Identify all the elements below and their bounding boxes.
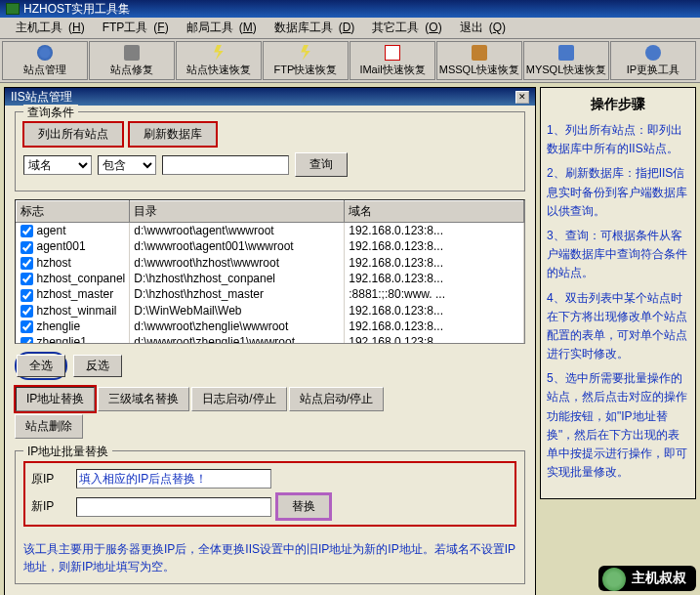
info-text: 该工具主要用于服务器更换IP后，全体更换IIS设置中的旧IP地址为新的IP地址。… xyxy=(23,540,516,575)
world-icon xyxy=(37,45,53,61)
search-button[interactable]: 查询 xyxy=(295,152,348,177)
select-circle: 全选 xyxy=(15,352,67,380)
old-ip-label: 原IP xyxy=(31,471,70,488)
window-title: IIS站点管理 xyxy=(11,89,72,106)
steps-title: 操作步骤 xyxy=(547,96,689,113)
op-select[interactable]: 包含 xyxy=(98,155,156,175)
menu-exit[interactable]: 退出(Q) xyxy=(448,18,512,38)
new-ip-input[interactable] xyxy=(76,497,271,517)
steps-content: 1、列出所有站点：即列出数据库中所有的IIS站点。 2、刷新数据库：指把IIS信… xyxy=(547,121,689,482)
watermark-icon xyxy=(602,568,626,591)
table-row[interactable]: hzhostd:\wwwroot\hzhost\wwwroot192.168.0… xyxy=(17,255,524,271)
table-row[interactable]: agentd:\wwwroot\agent\wwwroot192.168.0.1… xyxy=(17,223,524,239)
lightning-icon xyxy=(298,45,313,61)
gear-icon xyxy=(124,45,140,61)
menu-ftp[interactable]: FTP工具(F) xyxy=(91,18,175,38)
table-row[interactable]: zhenglied:\wwwroot\zhenglie\wwwroot192.1… xyxy=(17,319,524,334)
col-domain[interactable]: 域名 xyxy=(345,201,524,223)
table-row[interactable]: hzhost_winmailD:\WinWebMail\Web192.168.0… xyxy=(17,303,524,319)
old-ip-input[interactable] xyxy=(76,469,271,489)
col-dir[interactable]: 目录 xyxy=(130,201,345,223)
tb-mssql-quick[interactable]: MSSQL快速恢复 xyxy=(436,41,522,80)
row-checkbox[interactable] xyxy=(21,289,33,302)
row-checkbox[interactable] xyxy=(21,320,33,333)
sql-icon xyxy=(558,45,574,61)
window-titlebar: IIS站点管理 ✕ xyxy=(5,88,535,106)
menu-mail[interactable]: 邮局工具(M) xyxy=(175,18,263,38)
refresh-db-button[interactable]: 刷新数据库 xyxy=(129,122,217,147)
ip-icon xyxy=(645,45,661,61)
tb-site-quick[interactable]: 站点快速恢复 xyxy=(176,41,262,80)
new-ip-label: 新IP xyxy=(31,498,70,515)
steps-panel: 操作步骤 1、列出所有站点：即列出数据库中所有的IIS站点。 2、刷新数据库：指… xyxy=(540,87,696,499)
close-button[interactable]: ✕ xyxy=(515,91,529,104)
replace-button[interactable]: 替换 xyxy=(277,494,330,519)
tab-delete[interactable]: 站点删除 xyxy=(15,414,83,439)
app-titlebar: HZHOST实用工具集 xyxy=(0,0,700,18)
table-row[interactable]: hzhost_conpanelD:\hzhost\hzhost_conpanel… xyxy=(17,271,524,286)
tab-log-toggle[interactable]: 日志启动/停止 xyxy=(191,387,286,411)
row-checkbox[interactable] xyxy=(21,241,33,254)
field-select[interactable]: 域名 xyxy=(23,155,92,175)
app-icon xyxy=(6,3,20,15)
row-checkbox[interactable] xyxy=(21,225,33,237)
query-group-title: 查询条件 xyxy=(23,105,78,121)
tb-ip-tool[interactable]: IP更换工具 xyxy=(610,41,696,80)
ip-replace-title: IP地址批量替换 xyxy=(23,444,112,460)
tb-ftp-quick[interactable]: FTP快速恢复 xyxy=(263,41,349,80)
col-name[interactable]: 标志 xyxy=(17,201,130,223)
watermark: 主机叔叔 xyxy=(598,566,696,591)
row-checkbox[interactable] xyxy=(21,337,33,344)
tab-domain-replace[interactable]: 三级域名替换 xyxy=(98,387,189,411)
menu-db[interactable]: 数据库工具(D) xyxy=(263,18,361,38)
invert-button[interactable]: 反选 xyxy=(73,355,122,377)
toolbar: 站点管理 站点修复 站点快速恢复 FTP快速恢复 IMail快速恢复 MSSQL… xyxy=(0,39,700,83)
ip-replace-group: IP地址批量替换 原IP 新IP 替换 该工具主要用于服务器更换IP后，全体更换… xyxy=(15,450,525,584)
mail-icon xyxy=(385,45,400,61)
tb-site-mgr[interactable]: 站点管理 xyxy=(2,41,88,80)
table-row[interactable]: agent001d:\wwwroot\agent001\wwwroot192.1… xyxy=(17,238,524,254)
app-title: HZHOST实用工具集 xyxy=(23,1,130,18)
query-group: 查询条件 列出所有站点 刷新数据库 域名 包含 查询 xyxy=(15,111,525,191)
main-window: IIS站点管理 ✕ 查询条件 列出所有站点 刷新数据库 域名 包含 查询 xyxy=(4,87,536,595)
db-icon xyxy=(472,45,487,61)
select-all-button[interactable]: 全选 xyxy=(17,355,65,377)
table-row[interactable]: zhenglie1d:\wwwroot\zhenglie1\wwwroot192… xyxy=(17,334,524,344)
tab-ip-replace[interactable]: IP地址替换 xyxy=(15,386,96,412)
menu-other[interactable]: 其它工具(O) xyxy=(360,18,447,38)
menubar: 主机工具(H) FTP工具(F) 邮局工具(M) 数据库工具(D) 其它工具(O… xyxy=(0,18,700,39)
tb-imail-quick[interactable]: IMail快速恢复 xyxy=(350,41,435,80)
row-checkbox[interactable] xyxy=(21,257,33,270)
tab-site-toggle[interactable]: 站点启动/停止 xyxy=(289,387,384,411)
row-checkbox[interactable] xyxy=(21,305,33,318)
site-table[interactable]: 标志 目录 域名 agentd:\wwwroot\agent\wwwroot19… xyxy=(15,199,525,344)
query-input[interactable] xyxy=(162,155,289,175)
row-checkbox[interactable] xyxy=(21,273,33,285)
tb-site-repair[interactable]: 站点修复 xyxy=(89,41,175,80)
lightning-icon xyxy=(211,45,226,61)
tb-mysql-quick[interactable]: MYSQL快速恢复 xyxy=(523,41,609,80)
list-all-button[interactable]: 列出所有站点 xyxy=(23,122,123,147)
table-row[interactable]: hzhost_masterD:\hzhost\hzhost_master:888… xyxy=(17,286,524,302)
menu-host[interactable]: 主机工具(H) xyxy=(4,18,91,38)
